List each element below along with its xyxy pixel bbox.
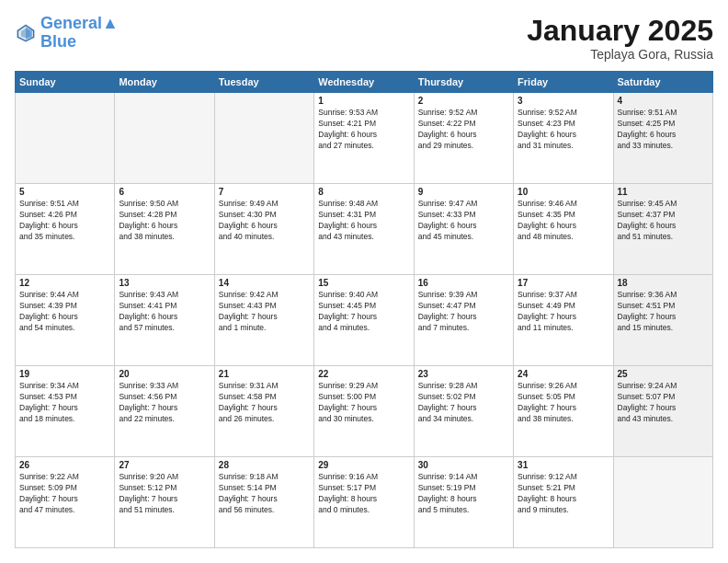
calendar-cell: 30Sunrise: 9:14 AMSunset: 5:19 PMDayligh… xyxy=(414,457,513,548)
cell-content: Sunrise: 9:50 AMSunset: 4:28 PMDaylight:… xyxy=(119,199,210,243)
day-number: 15 xyxy=(318,278,409,288)
cell-line: Sunrise: 9:33 AM xyxy=(119,381,210,392)
cell-line: Sunrise: 9:51 AM xyxy=(618,108,709,119)
cell-line: and 7 minutes. xyxy=(418,323,509,334)
logo-line1: General xyxy=(40,14,102,32)
calendar-cell: 29Sunrise: 9:16 AMSunset: 5:17 PMDayligh… xyxy=(314,457,414,548)
cell-line: Sunrise: 9:34 AM xyxy=(19,381,110,392)
title-block: January 2025 Teplaya Gora, Russia xyxy=(527,15,713,62)
cell-line: Sunrise: 9:29 AM xyxy=(318,381,409,392)
cell-content: Sunrise: 9:49 AMSunset: 4:30 PMDaylight:… xyxy=(219,199,310,243)
cell-line: Sunset: 4:35 PM xyxy=(518,210,609,221)
day-number: 10 xyxy=(518,187,609,197)
day-number: 16 xyxy=(418,278,509,288)
day-number: 18 xyxy=(618,278,709,288)
calendar-cell: 26Sunrise: 9:22 AMSunset: 5:09 PMDayligh… xyxy=(16,457,115,548)
cell-line: and 38 minutes. xyxy=(119,232,210,243)
cell-content: Sunrise: 9:33 AMSunset: 4:56 PMDaylight:… xyxy=(119,381,210,425)
cell-content: Sunrise: 9:39 AMSunset: 4:47 PMDaylight:… xyxy=(418,290,509,334)
calendar-cell: 28Sunrise: 9:18 AMSunset: 5:14 PMDayligh… xyxy=(214,457,313,548)
cell-line: and 34 minutes. xyxy=(418,414,509,425)
calendar-cell: 7Sunrise: 9:49 AMSunset: 4:30 PMDaylight… xyxy=(214,184,313,275)
cell-line: Sunset: 4:47 PM xyxy=(418,301,509,312)
calendar-cell: 21Sunrise: 9:31 AMSunset: 4:58 PMDayligh… xyxy=(214,366,313,457)
cell-line: and 29 minutes. xyxy=(418,141,509,152)
day-number: 2 xyxy=(418,96,509,106)
cell-line: Daylight: 7 hours xyxy=(19,494,110,505)
day-number: 31 xyxy=(518,460,609,470)
cell-line: Daylight: 6 hours xyxy=(219,221,310,232)
cell-content: Sunrise: 9:18 AMSunset: 5:14 PMDaylight:… xyxy=(219,472,310,516)
cell-content: Sunrise: 9:16 AMSunset: 5:17 PMDaylight:… xyxy=(318,472,409,516)
cell-line: and 0 minutes. xyxy=(318,505,409,516)
calendar-cell: 12Sunrise: 9:44 AMSunset: 4:39 PMDayligh… xyxy=(16,275,115,366)
cell-line: Sunset: 4:30 PM xyxy=(219,210,310,221)
calendar-cell: 5Sunrise: 9:51 AMSunset: 4:26 PMDaylight… xyxy=(16,184,115,275)
cell-line: and 51 minutes. xyxy=(119,505,210,516)
day-number: 17 xyxy=(518,278,609,288)
cell-line: Sunset: 4:43 PM xyxy=(219,301,310,312)
calendar-table: SundayMondayTuesdayWednesdayThursdayFrid… xyxy=(15,71,713,548)
day-number: 13 xyxy=(119,278,210,288)
cell-line: Sunset: 5:00 PM xyxy=(318,392,409,403)
cell-line: Sunset: 5:19 PM xyxy=(418,483,509,494)
weekday-header: Saturday xyxy=(613,72,712,93)
calendar-cell: 10Sunrise: 9:46 AMSunset: 4:35 PMDayligh… xyxy=(514,184,613,275)
cell-line: and 11 minutes. xyxy=(518,323,609,334)
cell-line: Daylight: 6 hours xyxy=(518,130,609,141)
calendar-week-row: 5Sunrise: 9:51 AMSunset: 4:26 PMDaylight… xyxy=(16,184,713,275)
cell-content: Sunrise: 9:22 AMSunset: 5:09 PMDaylight:… xyxy=(19,472,110,516)
cell-line: Sunrise: 9:53 AM xyxy=(318,108,409,119)
cell-line: Sunrise: 9:16 AM xyxy=(318,472,409,483)
cell-line: Sunrise: 9:48 AM xyxy=(318,199,409,210)
cell-line: Daylight: 6 hours xyxy=(418,221,509,232)
cell-line: Daylight: 6 hours xyxy=(119,221,210,232)
cell-content: Sunrise: 9:46 AMSunset: 4:35 PMDaylight:… xyxy=(518,199,609,243)
cell-line: Sunset: 4:21 PM xyxy=(318,119,409,130)
cell-line: Sunset: 4:26 PM xyxy=(19,210,110,221)
cell-line: Sunset: 4:22 PM xyxy=(418,119,509,130)
cell-line: Daylight: 7 hours xyxy=(119,403,210,414)
cell-line: Sunrise: 9:24 AM xyxy=(618,381,709,392)
cell-line: and 22 minutes. xyxy=(119,414,210,425)
cell-line: Daylight: 7 hours xyxy=(318,403,409,414)
day-number: 6 xyxy=(119,187,210,197)
calendar-cell: 1Sunrise: 9:53 AMSunset: 4:21 PMDaylight… xyxy=(314,93,414,184)
cell-line: Sunrise: 9:18 AM xyxy=(219,472,310,483)
calendar-cell xyxy=(214,93,313,184)
cell-line: Sunset: 4:41 PM xyxy=(119,301,210,312)
cell-content: Sunrise: 9:45 AMSunset: 4:37 PMDaylight:… xyxy=(618,199,709,243)
calendar-cell: 14Sunrise: 9:42 AMSunset: 4:43 PMDayligh… xyxy=(214,275,313,366)
cell-content: Sunrise: 9:52 AMSunset: 4:22 PMDaylight:… xyxy=(418,108,509,152)
calendar-cell: 16Sunrise: 9:39 AMSunset: 4:47 PMDayligh… xyxy=(414,275,513,366)
cell-line: and 4 minutes. xyxy=(318,323,409,334)
cell-content: Sunrise: 9:42 AMSunset: 4:43 PMDaylight:… xyxy=(219,290,310,334)
cell-content: Sunrise: 9:24 AMSunset: 5:07 PMDaylight:… xyxy=(618,381,709,425)
calendar-week-row: 12Sunrise: 9:44 AMSunset: 4:39 PMDayligh… xyxy=(16,275,713,366)
cell-line: Daylight: 7 hours xyxy=(518,312,609,323)
day-number: 26 xyxy=(19,460,110,470)
cell-line: Sunset: 4:28 PM xyxy=(119,210,210,221)
day-number: 5 xyxy=(19,187,110,197)
cell-line: and 30 minutes. xyxy=(318,414,409,425)
day-number: 14 xyxy=(219,278,310,288)
cell-line: Daylight: 6 hours xyxy=(19,312,110,323)
day-number: 29 xyxy=(318,460,409,470)
page: General▲ Blue January 2025 Teplaya Gora,… xyxy=(0,0,728,563)
cell-line: Sunset: 4:58 PM xyxy=(219,392,310,403)
cell-content: Sunrise: 9:14 AMSunset: 5:19 PMDaylight:… xyxy=(418,472,509,516)
calendar-cell: 22Sunrise: 9:29 AMSunset: 5:00 PMDayligh… xyxy=(314,366,414,457)
cell-line: Daylight: 7 hours xyxy=(19,403,110,414)
cell-line: Daylight: 6 hours xyxy=(618,130,709,141)
cell-content: Sunrise: 9:31 AMSunset: 4:58 PMDaylight:… xyxy=(219,381,310,425)
cell-line: Sunrise: 9:36 AM xyxy=(618,290,709,301)
weekday-header: Wednesday xyxy=(314,72,414,93)
cell-content: Sunrise: 9:12 AMSunset: 5:21 PMDaylight:… xyxy=(518,472,609,516)
weekday-header: Thursday xyxy=(414,72,513,93)
calendar-cell: 27Sunrise: 9:20 AMSunset: 5:12 PMDayligh… xyxy=(115,457,214,548)
cell-line: Sunset: 5:09 PM xyxy=(19,483,110,494)
day-number: 9 xyxy=(418,187,509,197)
cell-line: Sunrise: 9:39 AM xyxy=(418,290,509,301)
cell-line: Sunset: 5:14 PM xyxy=(219,483,310,494)
weekday-header: Friday xyxy=(514,72,613,93)
